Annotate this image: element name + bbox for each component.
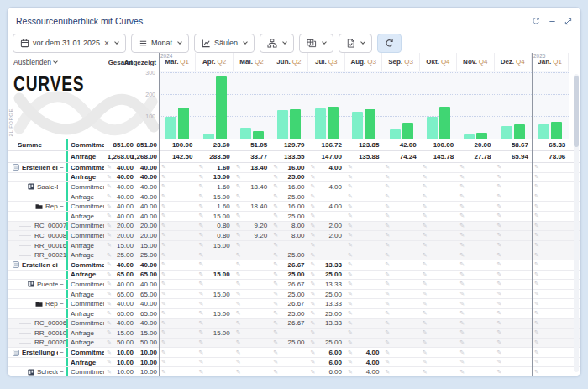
edit-pencil-icon[interactable]: ✎ [236,271,241,278]
edit-pencil-icon[interactable]: ✎ [161,261,166,268]
edit-pencil-icon[interactable]: ✎ [497,359,502,365]
collapse-icon[interactable]: − [58,141,66,149]
edit-pencil-icon[interactable]: ✎ [385,369,390,376]
edit-pencil-icon[interactable]: ✎ [497,271,502,278]
edit-pencil-icon[interactable]: ✎ [161,242,166,249]
hide-button[interactable]: Ausblenden [13,58,57,66]
edit-pencil-icon[interactable]: ✎ [423,339,428,346]
edit-pencil-icon[interactable]: ✎ [385,252,390,259]
collapse-icon[interactable]: − [58,300,66,308]
edit-pencil-icon[interactable]: ✎ [161,252,166,259]
edit-pencil-icon[interactable]: ✎ [423,193,428,200]
edit-pencil-icon[interactable]: ✎ [423,213,428,219]
collapse-icon[interactable]: − [58,183,66,191]
edit-pencil-icon[interactable]: ✎ [459,174,465,181]
edit-pencil-icon[interactable]: ✎ [273,174,278,181]
edit-pencil-icon[interactable]: ✎ [273,271,278,278]
edit-pencil-icon[interactable]: ✎ [273,203,278,210]
row-name-cell[interactable]: RR_00020 [8,339,66,348]
edit-pencil-icon[interactable]: ✎ [534,339,539,346]
edit-pencil-icon[interactable]: ✎ [198,339,203,346]
edit-pencil-icon[interactable]: ✎ [311,242,316,249]
edit-pencil-icon[interactable]: ✎ [348,291,353,297]
edit-pencil-icon[interactable]: ✎ [198,291,203,297]
edit-pencil-icon[interactable]: ✎ [273,223,278,229]
edit-pencil-icon[interactable]: ✎ [236,359,241,365]
row-name-cell[interactable]: Erstellen eines ...− [8,260,66,270]
edit-pencil-icon[interactable]: ✎ [311,193,316,200]
edit-pencil-icon[interactable]: ✎ [348,281,353,287]
edit-pencil-icon[interactable]: ✎ [107,320,112,327]
edit-pencil-icon[interactable]: ✎ [534,213,539,219]
edit-pencil-icon[interactable]: ✎ [107,232,112,239]
edit-pencil-icon[interactable]: ✎ [423,291,428,297]
edit-pencil-icon[interactable]: ✎ [161,359,166,365]
edit-pencil-icon[interactable]: ✎ [311,301,316,308]
row-name-cell[interactable]: Erstellung eine...− [8,348,66,357]
edit-pencil-icon[interactable]: ✎ [423,164,428,171]
edit-pencil-icon[interactable]: ✎ [348,223,353,229]
edit-pencil-icon[interactable]: ✎ [423,281,428,287]
edit-pencil-icon[interactable]: ✎ [423,261,428,268]
edit-pencil-icon[interactable]: ✎ [273,359,278,365]
edit-pencil-icon[interactable]: ✎ [161,291,166,297]
edit-pencil-icon[interactable]: ✎ [423,301,428,308]
edit-pencil-icon[interactable]: ✎ [236,193,241,200]
edit-pencil-icon[interactable]: ✎ [236,232,241,239]
edit-pencil-icon[interactable]: ✎ [348,261,353,268]
row-name-cell[interactable]: Summe− [8,139,66,150]
edit-pencil-icon[interactable]: ✎ [273,339,278,346]
edit-pencil-icon[interactable]: ✎ [348,242,353,249]
edit-pencil-icon[interactable]: ✎ [161,174,166,181]
edit-pencil-icon[interactable]: ✎ [497,174,502,181]
edit-pencil-icon[interactable]: ✎ [107,193,112,200]
edit-pencil-icon[interactable]: ✎ [161,232,166,239]
edit-pencil-icon[interactable]: ✎ [348,164,353,171]
edit-pencil-icon[interactable]: ✎ [459,281,465,287]
edit-pencil-icon[interactable]: ✎ [534,203,539,210]
edit-pencil-icon[interactable]: ✎ [161,320,166,327]
edit-pencil-icon[interactable]: ✎ [107,164,112,171]
edit-pencil-icon[interactable]: ✎ [107,369,112,376]
edit-pencil-icon[interactable]: ✎ [497,164,502,171]
edit-pencil-icon[interactable]: ✎ [497,183,502,190]
edit-pencil-icon[interactable]: ✎ [198,164,203,171]
edit-pencil-icon[interactable]: ✎ [198,369,203,376]
edit-pencil-icon[interactable]: ✎ [107,359,112,365]
expand-icon[interactable] [564,18,572,25]
edit-pencil-icon[interactable]: ✎ [161,339,166,346]
edit-pencil-icon[interactable]: ✎ [534,320,539,327]
edit-pencil-icon[interactable]: ✎ [459,339,465,346]
edit-pencil-icon[interactable]: ✎ [348,203,353,210]
edit-pencil-icon[interactable]: ✎ [497,350,502,356]
edit-pencil-icon[interactable]: ✎ [107,301,112,308]
scrollbar-thumb[interactable] [574,76,579,147]
edit-pencil-icon[interactable]: ✎ [497,252,502,259]
edit-pencil-icon[interactable]: ✎ [534,242,539,249]
edit-pencil-icon[interactable]: ✎ [423,252,428,259]
edit-pencil-icon[interactable]: ✎ [534,223,539,229]
edit-pencil-icon[interactable]: ✎ [385,183,390,190]
edit-pencil-icon[interactable]: ✎ [236,174,241,181]
edit-pencil-icon[interactable]: ✎ [534,329,539,336]
edit-pencil-icon[interactable]: ✎ [273,291,278,297]
edit-pencil-icon[interactable]: ✎ [107,242,112,249]
edit-pencil-icon[interactable]: ✎ [273,350,278,356]
edit-pencil-icon[interactable]: ✎ [236,329,241,336]
edit-pencil-icon[interactable]: ✎ [497,369,502,376]
collapse-icon[interactable]: − [58,349,66,356]
row-name-cell[interactable]: Reparatur ...− [8,299,66,308]
edit-pencil-icon[interactable]: ✎ [198,193,203,200]
edit-pencil-icon[interactable]: ✎ [423,232,428,239]
edit-pencil-icon[interactable]: ✎ [311,329,316,336]
edit-pencil-icon[interactable]: ✎ [236,261,241,268]
edit-pencil-icon[interactable]: ✎ [161,223,166,229]
edit-pencil-icon[interactable]: ✎ [236,339,241,346]
edit-pencil-icon[interactable]: ✎ [385,320,390,327]
edit-pencil-icon[interactable]: ✎ [459,329,465,336]
edit-pencil-icon[interactable]: ✎ [348,183,353,190]
edit-pencil-icon[interactable]: ✎ [497,193,502,200]
edit-pencil-icon[interactable]: ✎ [273,301,278,308]
edit-pencil-icon[interactable]: ✎ [534,359,539,365]
edit-pencil-icon[interactable]: ✎ [534,369,539,376]
